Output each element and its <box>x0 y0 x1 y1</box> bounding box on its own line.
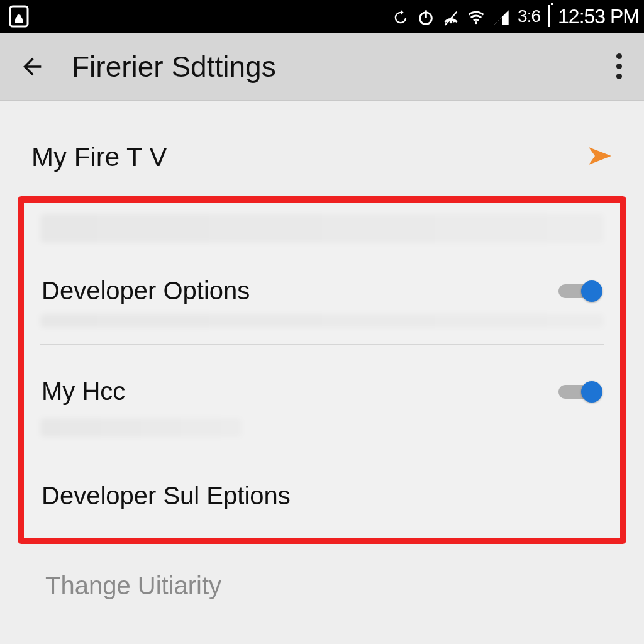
svg-rect-4 <box>425 10 427 18</box>
svg-point-1 <box>17 14 21 18</box>
notification-icon <box>6 4 31 33</box>
power-icon <box>417 6 435 26</box>
setting-developer-options[interactable]: Developer Options <box>24 265 620 309</box>
setting-label: Developer Options <box>42 277 250 305</box>
status-clock: 12:53 PM <box>558 5 639 28</box>
orange-arrow-icon <box>582 141 613 174</box>
setting-label: Developer Sul Eptions <box>42 482 291 510</box>
back-button[interactable] <box>19 53 47 80</box>
page-title: Firerier Sdttings <box>72 50 606 84</box>
blurred-row <box>40 214 604 243</box>
toggle-my-hcc[interactable] <box>558 380 602 403</box>
cellular-icon <box>492 6 510 26</box>
footer-section-label: Thange Uitiarity <box>18 544 626 600</box>
rotate-icon <box>392 6 409 26</box>
battery-icon <box>548 6 550 26</box>
setting-developer-sul-eptions[interactable]: Developer Sul Eptions <box>24 455 620 528</box>
status-secondary-text: 3:6 <box>518 6 540 26</box>
android-status-bar: 3:6 12:53 PM <box>0 0 644 33</box>
svg-point-5 <box>450 20 453 23</box>
setting-label: My Hcc <box>42 377 125 406</box>
highlighted-region: Developer Options My Hcc Developer Sul E… <box>18 196 626 544</box>
toggle-developer-options[interactable] <box>558 280 602 303</box>
svg-marker-9 <box>494 16 502 25</box>
svg-point-7 <box>475 21 477 24</box>
hotspot-icon <box>442 6 460 26</box>
setting-my-hcc[interactable]: My Hcc <box>24 345 620 409</box>
blurred-row <box>40 418 242 437</box>
wifi-icon <box>467 6 485 26</box>
section-label: My Fire T V <box>31 142 167 172</box>
svg-marker-10 <box>589 147 611 165</box>
settings-content: My Fire T V Developer Options My Hcc Dev… <box>0 101 644 600</box>
section-my-fire-tv[interactable]: My Fire T V <box>18 137 626 177</box>
blurred-row <box>40 314 604 328</box>
svg-marker-2 <box>401 9 404 15</box>
overflow-menu-button[interactable] <box>606 48 631 86</box>
app-bar: Firerier Sdttings <box>0 33 644 101</box>
